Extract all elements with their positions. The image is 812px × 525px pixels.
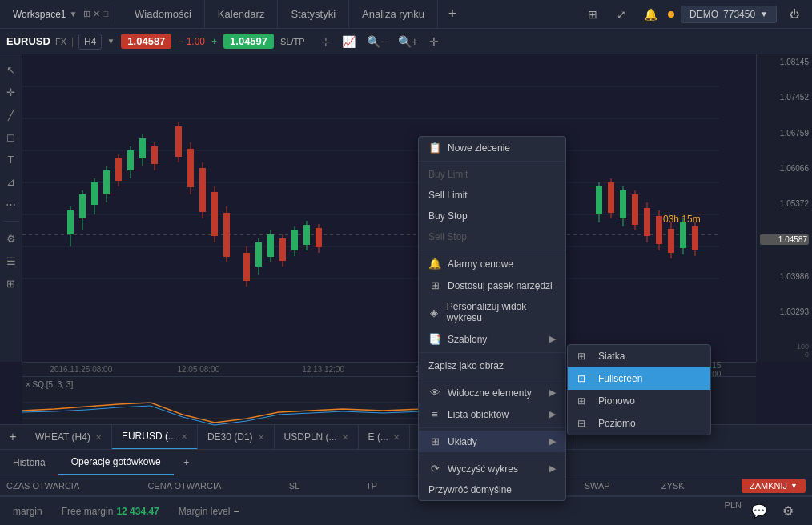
timeframe-arrow[interactable]: ▼: [107, 37, 115, 46]
close-usdpln-tab[interactable]: ✕: [342, 433, 348, 442]
tool-fib[interactable]: ⋯: [2, 195, 20, 213]
tab-historia[interactable]: Historia: [0, 450, 58, 475]
notification-icon[interactable]: 🔔: [639, 3, 661, 26]
close-wheat-tab[interactable]: ✕: [95, 433, 102, 442]
submenu-item-siatka[interactable]: ⊞ Siatka: [568, 345, 710, 367]
chart-toolbar: EURUSD FX | H4 ▼ 1.04587 − 1.00 + 1.0459…: [0, 29, 812, 54]
badge-dropdown-icon: ▼: [760, 10, 768, 18]
uklady-arrow: ▶: [549, 436, 556, 447]
tab-operacje[interactable]: Operacje gotówkowe: [58, 450, 174, 475]
tool-objects[interactable]: ⊞: [2, 275, 20, 292]
siatka-label: Siatka: [598, 351, 625, 362]
th-cena: CENA OTWARCIA: [141, 481, 282, 491]
time-label-1: 2016.11.25 08:00: [50, 365, 112, 374]
tool-measure[interactable]: ⊿: [2, 173, 20, 190]
tool-line[interactable]: ╱: [2, 106, 20, 123]
tool-cursor[interactable]: ↖: [2, 61, 20, 78]
demo-account-badge[interactable]: DEMO 773450 ▼: [681, 6, 777, 23]
price-label-7: 1.03986: [760, 272, 809, 281]
menu-item-lista[interactable]: ≡ Lista obiektów ▶: [419, 403, 565, 425]
crosshair-icon[interactable]: ✛: [426, 34, 442, 50]
menu-item-alarmy[interactable]: 🔔 Alarmy cenowe: [419, 253, 565, 275]
price-label-3: 1.06759: [760, 129, 809, 138]
submenu-item-fullscreen[interactable]: ⊡ Fullscreen: [568, 367, 710, 390]
menu-divider-2: [419, 250, 565, 250]
menu-item-szablony[interactable]: 📑 Szablony ▶: [419, 328, 565, 350]
tool-cross[interactable]: ✛: [2, 83, 20, 101]
tool-text[interactable]: T: [2, 150, 20, 168]
menu-divider-6: [419, 455, 565, 455]
status-bar: margin Free margin 12 434.47 Margin leve…: [0, 496, 812, 525]
zamknij-dropdown-icon[interactable]: ▼: [790, 482, 798, 490]
menu-item-widoczne[interactable]: 👁 Widoczne elementy ▶: [419, 382, 565, 403]
menu-item-zapisz[interactable]: Zapisz jako obraz: [419, 355, 565, 376]
workspace-icons: ⊞ ✕ □: [83, 9, 108, 19]
close-de30-tab[interactable]: ✕: [258, 433, 264, 442]
workspace-label[interactable]: Workspace1 ▼ ⊞ ✕ □: [6, 6, 115, 23]
svg-rect-35: [243, 253, 250, 281]
svg-rect-41: [279, 238, 286, 261]
price-label-2: 1.07452: [760, 93, 809, 102]
svg-rect-49: [596, 186, 602, 214]
svg-rect-65: [692, 226, 698, 250]
svg-rect-13: [91, 182, 98, 205]
wyczysc-label: Wyczyść wykres: [448, 463, 518, 475]
svg-rect-51: [608, 182, 614, 213]
timeframe-selector[interactable]: H4: [78, 34, 102, 50]
zamknij-button[interactable]: ZAMKNIJ ▼: [742, 479, 806, 493]
chart-content[interactable]: 03h 15m: [22, 54, 812, 362]
nav-tab-kalendarz[interactable]: Kalendarz: [205, 0, 279, 29]
power-button[interactable]: ⏻: [783, 3, 806, 26]
chart-svg: 03h 15m: [22, 54, 812, 362]
add-content-tab[interactable]: +: [174, 450, 199, 475]
submenu-item-poziomo[interactable]: ⊟ Poziomo: [568, 412, 710, 435]
sltp-label[interactable]: SL/TP: [280, 37, 305, 46]
bid-price: 1.04587: [121, 34, 171, 49]
nowe-zlecenie-label: Nowe zlecenie: [448, 142, 510, 154]
pionowo-icon: ⊞: [577, 395, 592, 407]
submenu-item-pionowo[interactable]: ⊞ Pionowo: [568, 390, 710, 412]
menu-item-wyczysc[interactable]: ⟳ Wyczyść wykres ▶: [419, 458, 565, 479]
menu-item-buy-stop[interactable]: Buy Stop: [419, 206, 565, 226]
pionowo-label: Pionowo: [598, 395, 635, 407]
layout-icon[interactable]: ⊞: [581, 3, 604, 26]
th-swap: SWAP: [578, 481, 655, 491]
menu-item-nowe-zlecenie[interactable]: 📋 Nowe zlecenie: [419, 137, 565, 158]
cursor-icon[interactable]: ⊹: [318, 34, 334, 50]
svg-rect-47: [316, 228, 322, 247]
nav-tab-wiadomosci[interactable]: Wiadomości: [122, 0, 205, 29]
menu-item-personalizuj[interactable]: ◈ Personalizuj widok wykresu: [419, 296, 565, 328]
price-label-6: 1.04587: [760, 234, 809, 245]
zoom-out-icon[interactable]: 🔍−: [364, 34, 390, 50]
chat-icon[interactable]: 💬: [748, 500, 770, 523]
close-e-tab[interactable]: ✕: [393, 433, 400, 442]
svg-rect-57: [644, 208, 650, 236]
tool-shapes[interactable]: ◻: [2, 128, 20, 146]
menu-item-przywroc[interactable]: Przywróć domyślne: [419, 479, 565, 500]
svg-rect-23: [151, 146, 158, 164]
zoom-in-icon[interactable]: 🔍+: [395, 34, 421, 50]
fullscreen-icon[interactable]: ⤢: [610, 3, 633, 26]
tool-settings[interactable]: ⚙: [2, 230, 20, 247]
widoczne-arrow: ▶: [549, 387, 556, 398]
alarmy-icon: 🔔: [428, 258, 441, 270]
svg-rect-9: [67, 210, 74, 234]
nav-add-tab[interactable]: +: [438, 0, 467, 29]
menu-item-uklady[interactable]: ⊞ Układy ▶: [419, 431, 565, 452]
close-eurusd-tab[interactable]: ✕: [181, 432, 187, 441]
wyczysc-icon: ⟳: [428, 463, 441, 475]
nav-tab-analiza[interactable]: Analiza rynku: [349, 0, 438, 29]
nav-tab-statystyki[interactable]: Statystyki: [278, 0, 349, 29]
workspace-dropdown-icon[interactable]: ▼: [69, 10, 77, 18]
indicator-icon[interactable]: 📈: [339, 34, 359, 50]
svg-rect-43: [291, 230, 298, 250]
przywroc-label: Przywróć domyślne: [428, 484, 512, 495]
tool-layers[interactable]: ☰: [2, 252, 20, 270]
svg-rect-33: [223, 213, 230, 257]
margin-level-value: −: [233, 506, 239, 517]
price-label-5: 1.05372: [760, 199, 809, 208]
settings-icon[interactable]: ⚙: [777, 500, 799, 523]
time-label-2: 12.05 08:00: [177, 365, 219, 374]
menu-item-dostosuj[interactable]: ⊞ Dostosuj pasek narzędzi: [419, 275, 565, 296]
menu-item-sell-limit[interactable]: Sell Limit: [419, 185, 565, 206]
